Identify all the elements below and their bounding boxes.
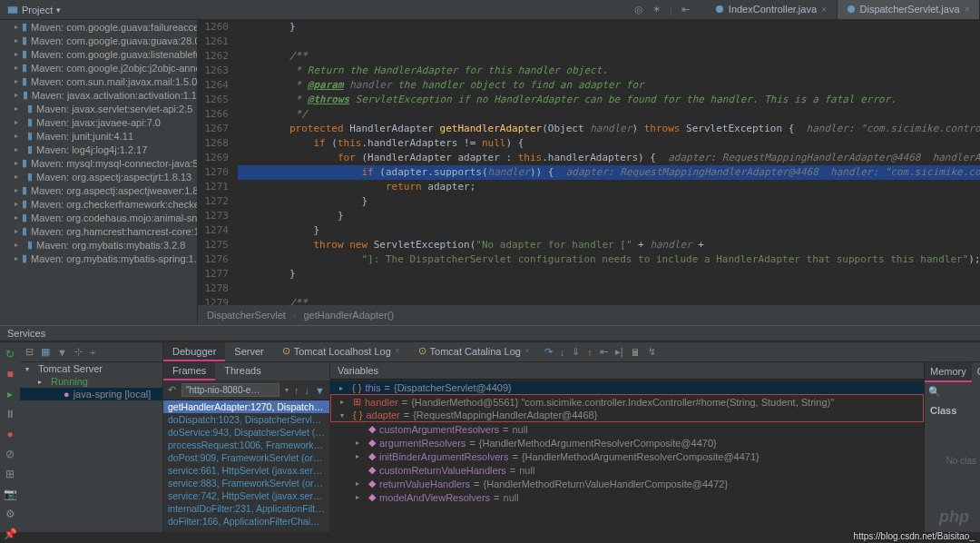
resume-icon[interactable]: ▸ bbox=[7, 388, 13, 400]
step-over-icon[interactable]: ↷ bbox=[544, 346, 553, 358]
camera-icon[interactable]: 📷 bbox=[4, 488, 17, 500]
code-line[interactable]: } bbox=[238, 223, 980, 238]
tree-item[interactable]: ▸▮Maven: com.google.guava:listenablefutu… bbox=[0, 47, 197, 61]
expand-icon[interactable]: ⊟ bbox=[25, 346, 34, 358]
tree-item[interactable]: ▸▮Maven: org.hamcrest:hamcrest-core:1.3 bbox=[0, 224, 197, 238]
collapse-icon[interactable]: ⇤ bbox=[681, 4, 690, 15]
stack-frame[interactable]: internalDoFilter:231, ApplicationFilterC… bbox=[163, 502, 329, 515]
file-tab[interactable]: IndexController.java× bbox=[706, 0, 838, 19]
code-line[interactable]: for (HandlerAdapter adapter : this.handl… bbox=[238, 151, 980, 165]
service-tree-item[interactable]: ●java-spring [local] bbox=[20, 388, 162, 400]
code-line[interactable]: /** bbox=[238, 49, 980, 64]
variable-row[interactable]: ▾{ } adapter = {RequestMappingHandlerAda… bbox=[331, 409, 923, 421]
code-line[interactable]: /** bbox=[238, 296, 980, 305]
close-icon[interactable]: × bbox=[395, 346, 400, 356]
debug-tab[interactable]: Debugger bbox=[163, 342, 225, 361]
frames-list[interactable]: getHandlerAdapter:1270, DispatcherSerdoD… bbox=[163, 400, 329, 532]
breadcrumb-method[interactable]: getHandlerAdapter() bbox=[304, 310, 395, 321]
thread-dropdown[interactable]: "http-nio-8080-e… bbox=[181, 383, 279, 397]
tree-item[interactable]: ▸▮Maven: javax:javaee-api:7.0 bbox=[0, 115, 197, 129]
tree-item[interactable]: ▸▮Maven: javax.servlet:servlet-api:2.5 bbox=[0, 102, 197, 115]
stack-frame[interactable]: getHandlerAdapter:1270, DispatcherSer bbox=[163, 400, 329, 413]
pin-icon[interactable]: 📌 bbox=[4, 528, 17, 540]
code-line[interactable]: if (adapter.supports(handler)) { adapter… bbox=[238, 165, 980, 180]
expand-icon[interactable]: ▸ bbox=[356, 493, 365, 501]
code-line[interactable]: protected HandlerAdapter getHandlerAdapt… bbox=[238, 122, 980, 136]
tree-item[interactable]: ▸▮Maven: org.mybatis:mybatis:3.2.8 bbox=[0, 238, 197, 252]
step-up-icon[interactable]: ↑ bbox=[294, 385, 299, 396]
code-line[interactable]: */ bbox=[238, 107, 980, 122]
pause-icon[interactable]: ⏸ bbox=[5, 408, 15, 420]
service-tree-item[interactable]: ▸Running bbox=[20, 375, 162, 388]
target-icon[interactable]: ◎ bbox=[634, 4, 643, 15]
tree-item[interactable]: ▸▮Maven: com.sun.mail:javax.mail:1.5.0 bbox=[0, 74, 197, 88]
code-line[interactable]: return adapter; bbox=[238, 180, 980, 194]
variable-row[interactable]: ▸◆ returnValueHandlers = {HandlerMethodR… bbox=[330, 477, 924, 490]
tree-item[interactable]: ▸▮Maven: junit:junit:4.11 bbox=[0, 129, 197, 143]
stack-frame[interactable]: doDispatch:1023, DispatcherServlet (org bbox=[163, 413, 329, 426]
tree-item[interactable]: ▸▮Maven: javax.activation:activation:1.1 bbox=[0, 88, 197, 102]
debug-tab[interactable]: Server bbox=[225, 342, 272, 361]
expand-icon[interactable]: ▸ bbox=[340, 398, 349, 406]
stack-frame[interactable]: doPost:909, FrameworkServlet (org.sp bbox=[163, 451, 329, 464]
layout-icon[interactable]: ⊞ bbox=[5, 468, 15, 480]
link-icon[interactable]: ✶ bbox=[652, 4, 661, 15]
expand-icon[interactable]: ▸ bbox=[356, 479, 365, 488]
variable-row[interactable]: ▸⊞ handler = {HandlerMethod@5561} "com.s… bbox=[331, 395, 923, 409]
tree-item[interactable]: ▸▮Maven: com.google.guava:guava:28.0-jre bbox=[0, 34, 197, 47]
close-icon[interactable]: × bbox=[524, 346, 530, 356]
file-tab[interactable]: DispatcherServlet.java× bbox=[838, 0, 981, 19]
mute-bp-icon[interactable]: ⊘ bbox=[5, 448, 15, 460]
tree-item[interactable]: ▸▮Maven: com.google.guava:failureaccess:… bbox=[0, 20, 197, 34]
tree-item[interactable]: ▸▮Maven: org.codehaus.mojo:animal-sniffe… bbox=[0, 211, 197, 224]
tree-item[interactable]: ▸▮Maven: log4j:log4j:1.2.17 bbox=[0, 143, 197, 156]
debug-tab[interactable]: ⊙Tomcat Localhost Log× bbox=[273, 342, 409, 361]
project-dropdown[interactable]: Project ▾ bbox=[0, 0, 68, 19]
tab-overhead[interactable]: Ov bbox=[972, 362, 980, 382]
stack-frame[interactable]: doFilter:166, ApplicationFilterChain (or… bbox=[163, 515, 329, 528]
tree-item[interactable]: ▸▮Maven: org.mybatis:mybatis-spring:1.2.… bbox=[0, 252, 197, 265]
drop-frame-icon[interactable]: ⇤ bbox=[600, 346, 608, 358]
view-bp-icon[interactable]: ● bbox=[6, 428, 13, 440]
tree-icon[interactable]: ⊹ bbox=[74, 346, 83, 358]
breadcrumb[interactable]: DispatcherServlet › getHandlerAdapter() bbox=[198, 305, 980, 325]
code-line[interactable]: } bbox=[238, 194, 980, 209]
filter-icon[interactable]: ▼ bbox=[57, 347, 67, 358]
rerun-icon[interactable]: ↻ bbox=[5, 348, 15, 360]
code-line[interactable]: * @throws ServletException if no Handler… bbox=[238, 93, 980, 107]
step-out-icon[interactable]: ↑ bbox=[587, 347, 593, 358]
expand-icon[interactable]: ▸ bbox=[356, 452, 365, 460]
stack-frame[interactable]: service:742, HttpServlet (javax.servlet.… bbox=[163, 489, 329, 502]
code-line[interactable]: } bbox=[238, 209, 980, 223]
tab-threads[interactable]: Threads bbox=[215, 362, 270, 380]
variable-row[interactable]: ▸◆ argumentResolvers = {HandlerMethodArg… bbox=[330, 436, 924, 449]
tab-frames[interactable]: Frames bbox=[163, 362, 215, 380]
code-editor[interactable]: } /** * Return the HandlerAdapter for th… bbox=[238, 20, 980, 305]
step-into-icon[interactable]: ↓ bbox=[560, 347, 565, 358]
variables-tree[interactable]: ▸{ } this = {DispatcherServlet@4409}▸⊞ h… bbox=[330, 380, 924, 532]
expand-icon[interactable]: ▸ bbox=[356, 439, 365, 447]
service-tree-item[interactable]: ▾Tomcat Server bbox=[20, 362, 162, 375]
tree-item[interactable]: ▸▮Maven: com.google.j2objc:j2objc-annota… bbox=[0, 61, 197, 74]
tree-item[interactable]: ▸▮Maven: org.aspectj:aspectjrt:1.8.13 bbox=[0, 170, 197, 183]
variable-row[interactable]: ▸◆ modelAndViewResolvers = null bbox=[330, 490, 924, 504]
code-line[interactable] bbox=[238, 35, 980, 49]
services-header[interactable]: Services bbox=[0, 325, 980, 341]
step-down-icon[interactable]: ↓ bbox=[305, 385, 310, 396]
stack-frame[interactable]: processRequest:1006, FrameworkServl bbox=[163, 439, 329, 451]
code-line[interactable] bbox=[238, 281, 980, 296]
stack-frame[interactable]: doService:943, DispatcherServlet (orga bbox=[163, 426, 329, 439]
tree-item[interactable]: ▸▮Maven: mysql:mysql-connector-java:5.1.… bbox=[0, 156, 197, 170]
code-line[interactable]: throw new ServletException("No adapter f… bbox=[238, 238, 980, 252]
run-to-cursor-icon[interactable]: ▸| bbox=[615, 346, 623, 358]
variable-row[interactable]: ▸{ } this = {DispatcherServlet@4409} bbox=[330, 381, 924, 394]
debug-tab[interactable]: ⊙Tomcat Catalina Log× bbox=[409, 342, 539, 361]
services-tree[interactable]: ⊟ ▦ ▼ ⊹ + ▾Tomcat Server▸Running●java-sp… bbox=[20, 342, 163, 532]
variable-row[interactable]: ▸◆ initBinderArgumentResolvers = {Handle… bbox=[330, 449, 924, 463]
grid-icon[interactable]: ▦ bbox=[41, 346, 50, 358]
stack-frame[interactable]: service:883, FrameworkServlet (org.spr bbox=[163, 477, 329, 489]
prev-frame-icon[interactable]: ↶ bbox=[168, 384, 176, 396]
variable-row[interactable]: ◆ customReturnValueHandlers = null bbox=[330, 463, 924, 477]
trace-icon[interactable]: ↯ bbox=[648, 346, 656, 358]
evaluate-icon[interactable]: 🖩 bbox=[631, 347, 641, 358]
